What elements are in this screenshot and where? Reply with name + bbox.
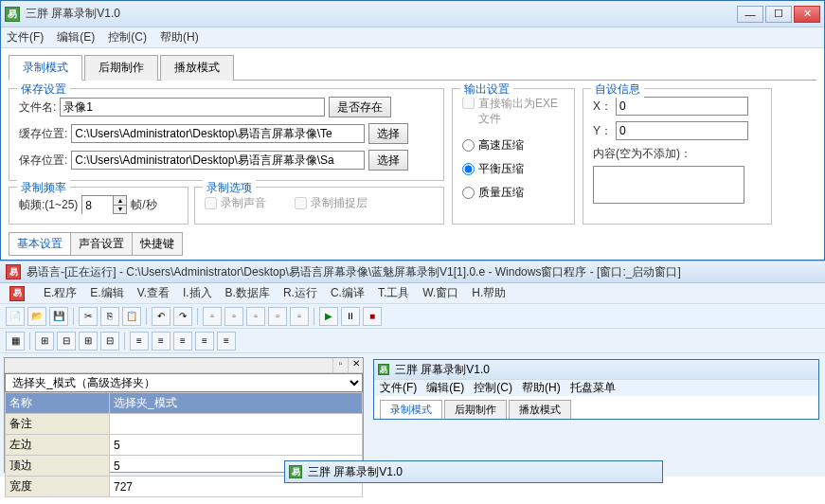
ide-menu-tools[interactable]: T.工具 bbox=[378, 285, 409, 301]
separator bbox=[73, 308, 74, 325]
nested-menu-tray[interactable]: 托盘菜单 bbox=[570, 380, 616, 396]
tool-icon[interactable]: ▫ bbox=[246, 307, 265, 326]
align-icon[interactable]: ≡ bbox=[173, 332, 192, 351]
ide-menu-view[interactable]: V.查看 bbox=[137, 285, 170, 301]
undo-icon[interactable]: ↶ bbox=[152, 307, 170, 326]
spin-up-icon[interactable]: ▲ bbox=[113, 196, 126, 206]
nested-app-icon: 易 bbox=[378, 364, 389, 375]
ide-menu-run[interactable]: R.运行 bbox=[283, 285, 317, 301]
prop-value[interactable]: 选择夹_模式 bbox=[110, 393, 363, 414]
panel-pin-icon[interactable]: ▫ bbox=[332, 358, 348, 372]
prop-name[interactable]: 名称 bbox=[6, 393, 110, 414]
align-icon[interactable]: ⊞ bbox=[79, 332, 98, 351]
menu-file[interactable]: 文件(F) bbox=[7, 29, 44, 45]
panel-close-icon[interactable]: ✕ bbox=[348, 358, 363, 372]
ide-menubar: 易 E.程序 E.编辑 V.查看 I.插入 B.数据库 R.运行 C.编译 T.… bbox=[0, 283, 825, 304]
content-textarea[interactable] bbox=[593, 166, 744, 204]
tab-post[interactable]: 后期制作 bbox=[84, 55, 158, 81]
align-icon[interactable]: ⊞ bbox=[35, 332, 54, 351]
nested-tab-play[interactable]: 播放模式 bbox=[509, 400, 571, 419]
save-icon[interactable]: 💾 bbox=[49, 307, 68, 326]
tool-icon[interactable]: ▫ bbox=[290, 307, 309, 326]
align-icon[interactable]: ≡ bbox=[195, 332, 214, 351]
ide-icon: 易 bbox=[6, 264, 21, 279]
custom-group: 自设信息 X： Y： 内容(空为不添加)： bbox=[583, 88, 772, 225]
ide-menu-window[interactable]: W.窗口 bbox=[422, 285, 458, 301]
ide-menu-compile[interactable]: C.编译 bbox=[331, 285, 365, 301]
align-icon[interactable]: ▦ bbox=[6, 332, 25, 351]
open-icon[interactable]: 📂 bbox=[27, 307, 46, 326]
cache-label: 缓存位置: bbox=[19, 126, 67, 142]
pause-icon[interactable]: ⏸ bbox=[341, 307, 360, 326]
prop-name[interactable]: 左边 bbox=[6, 435, 110, 456]
nested-titlebar[interactable]: 易 三胖 屏幕录制V1.0 bbox=[374, 360, 818, 379]
exists-button[interactable]: 是否存在 bbox=[329, 97, 391, 117]
spin-down-icon[interactable]: ▼ bbox=[113, 206, 126, 214]
freq-group: 录制频率 帧频:(1~25) ▲▼ 帧/秒 bbox=[9, 187, 188, 225]
prop-name[interactable]: 宽度 bbox=[6, 477, 110, 497]
prop-value[interactable] bbox=[110, 414, 363, 435]
ide-menu-db[interactable]: B.数据库 bbox=[225, 285, 270, 301]
redo-icon[interactable]: ↷ bbox=[173, 307, 192, 326]
object-select[interactable]: 选择夹_模式（高级选择夹） bbox=[5, 373, 363, 392]
nested-menu-edit[interactable]: 编辑(E) bbox=[426, 380, 464, 396]
menu-control[interactable]: 控制(C) bbox=[108, 29, 147, 45]
align-icon[interactable]: ⊟ bbox=[57, 332, 76, 351]
cache-select-button[interactable]: 选择 bbox=[368, 123, 408, 144]
paste-icon[interactable]: 📋 bbox=[122, 307, 141, 326]
menu-edit[interactable]: 编辑(E) bbox=[57, 29, 95, 45]
nested-menu-file[interactable]: 文件(F) bbox=[380, 380, 417, 396]
new-icon[interactable]: 📄 bbox=[6, 307, 25, 326]
align-icon[interactable]: ≡ bbox=[152, 332, 170, 351]
copy-icon[interactable]: ⎘ bbox=[100, 307, 119, 326]
x-input[interactable] bbox=[616, 97, 748, 116]
tool-icon[interactable]: ▫ bbox=[224, 307, 243, 326]
run-icon[interactable]: ▶ bbox=[319, 307, 338, 326]
titlebar[interactable]: 易 三胖 屏幕录制V1.0 — ☐ ✕ bbox=[1, 1, 824, 27]
tool-icon[interactable]: ▫ bbox=[203, 307, 222, 326]
close-button[interactable]: ✕ bbox=[794, 6, 820, 23]
fast-radio[interactable]: 高速压缩 bbox=[462, 137, 565, 153]
y-input[interactable] bbox=[616, 121, 748, 140]
prop-name[interactable]: 备注 bbox=[6, 414, 110, 435]
cut-icon[interactable]: ✂ bbox=[79, 307, 98, 326]
tab-record[interactable]: 录制模式 bbox=[9, 55, 82, 81]
stop-icon[interactable]: ■ bbox=[363, 307, 382, 326]
btab-sound[interactable]: 声音设置 bbox=[70, 232, 133, 256]
save-input[interactable] bbox=[71, 151, 365, 170]
content-label: 内容(空为不添加)： bbox=[593, 146, 762, 162]
ide-title: 易语言-[正在运行] - C:\Users\Administrator\Desk… bbox=[27, 264, 681, 280]
nested-menu-help[interactable]: 帮助(H) bbox=[522, 380, 561, 396]
prop-value[interactable]: 5 bbox=[110, 435, 363, 456]
btab-basic[interactable]: 基本设置 bbox=[9, 232, 71, 256]
align-icon[interactable]: ≡ bbox=[217, 332, 236, 351]
nested-window[interactable]: 易 三胖 屏幕录制V1.0 文件(F) 编辑(E) 控制(C) 帮助(H) 托盘… bbox=[373, 359, 819, 420]
align-icon[interactable]: ⊟ bbox=[100, 332, 119, 351]
nested-tab-record[interactable]: 录制模式 bbox=[380, 400, 442, 419]
floating-window[interactable]: 易 三胖 屏幕录制V1.0 bbox=[284, 460, 663, 483]
ide-menu-help[interactable]: H.帮助 bbox=[472, 285, 506, 301]
nested-tab-post[interactable]: 后期制作 bbox=[444, 400, 507, 419]
cache-input[interactable] bbox=[71, 124, 365, 143]
menu-help[interactable]: 帮助(H) bbox=[160, 29, 199, 45]
custom-legend: 自设信息 bbox=[591, 81, 644, 98]
nested-menu-control[interactable]: 控制(C) bbox=[474, 380, 512, 396]
maximize-button[interactable]: ☐ bbox=[765, 6, 792, 23]
ide-titlebar[interactable]: 易 易语言-[正在运行] - C:\Users\Administrator\De… bbox=[0, 261, 825, 283]
align-icon[interactable]: ≡ bbox=[130, 332, 149, 351]
freq-spinner[interactable]: ▲▼ bbox=[81, 195, 127, 214]
btab-hotkey[interactable]: 快捷键 bbox=[132, 232, 183, 256]
save-select-button[interactable]: 选择 bbox=[368, 150, 408, 171]
ide-menu-edit[interactable]: E.编辑 bbox=[90, 285, 123, 301]
balance-radio[interactable]: 平衡压缩 bbox=[462, 161, 565, 177]
prop-name[interactable]: 顶边 bbox=[6, 456, 110, 477]
ide-menu-program[interactable]: E.程序 bbox=[44, 285, 77, 301]
tool-icon[interactable]: ▫ bbox=[268, 307, 287, 326]
minimize-button[interactable]: — bbox=[737, 6, 763, 23]
ide-menu-insert[interactable]: I.插入 bbox=[183, 285, 212, 301]
float-titlebar[interactable]: 易 三胖 屏幕录制V1.0 bbox=[285, 461, 662, 482]
freq-input[interactable] bbox=[82, 196, 113, 215]
tab-play[interactable]: 播放模式 bbox=[160, 55, 234, 81]
quality-radio[interactable]: 质量压缩 bbox=[462, 185, 565, 201]
filename-input[interactable] bbox=[60, 98, 325, 117]
